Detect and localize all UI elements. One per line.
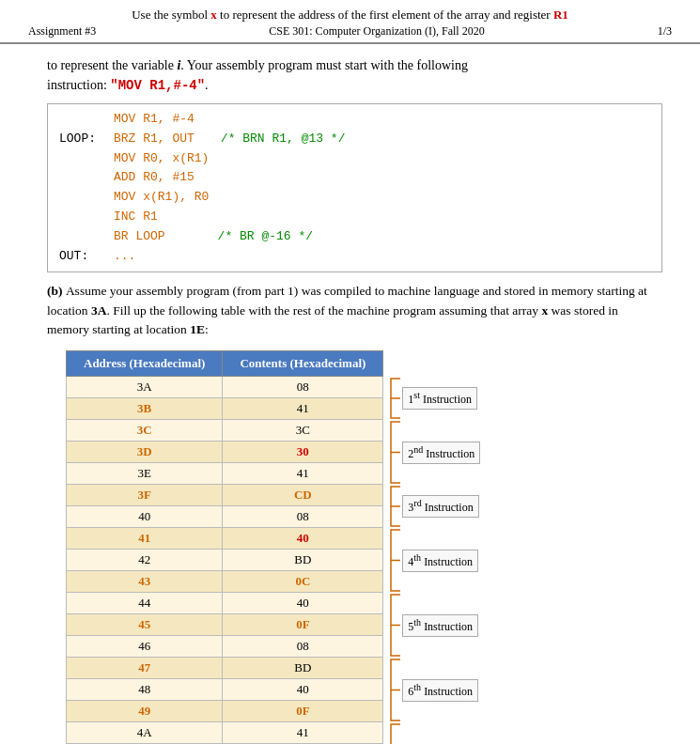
- code-label-2: LOOP:: [59, 130, 106, 149]
- cell-address: 43: [67, 571, 223, 593]
- code-line-8: OUT: ...: [59, 247, 650, 267]
- cell-value: 08: [223, 377, 383, 398]
- part-b-label: (b): [47, 284, 66, 298]
- table-row: 3C3C: [67, 420, 383, 442]
- col-contents: Contents (Hexadecimal): [223, 351, 383, 377]
- code-instr-2: BRZ R1, OUT: [114, 130, 194, 149]
- code-instr-3: MOV R0, x(R1): [114, 149, 209, 169]
- instruction-bracket-group: 4th Instruction: [385, 528, 478, 593]
- code-line-3: MOV R0, x(R1): [59, 149, 650, 169]
- cell-address: 3A: [67, 377, 223, 398]
- cell-value: 3C: [223, 420, 383, 442]
- cell-value: 41: [223, 398, 383, 420]
- bracket-svg: [385, 377, 402, 420]
- cell-value: 40: [223, 528, 383, 550]
- cell-address: 41: [67, 528, 223, 550]
- intro-line2: instruction: "MOV R1,#-4".: [47, 78, 209, 92]
- table-row: 3FCD: [67, 485, 383, 506]
- col-address: Address (Hexadecimal): [67, 351, 223, 377]
- part-b-text: (b) Assume your assembly program (from p…: [47, 282, 662, 339]
- cell-value: CD: [223, 485, 383, 506]
- cell-address: 46: [67, 636, 223, 658]
- table-row: 4140: [67, 528, 383, 550]
- code-line-1: MOV R1, #-4: [59, 110, 650, 130]
- code-label-3: [59, 149, 106, 169]
- instruction-label: 6th Instruction: [402, 679, 478, 702]
- assignment-label: Assignment #3: [28, 24, 96, 39]
- code-line-5: MOV x(R1), R0: [59, 188, 650, 208]
- instruction-label: 1st Instruction: [402, 387, 477, 410]
- cell-value: 30: [223, 442, 383, 463]
- cell-address: 3C: [67, 420, 223, 442]
- table-row: 4A41: [67, 722, 383, 744]
- code-label-7: [59, 227, 106, 247]
- code-line-4: ADD R0, #15: [59, 168, 650, 188]
- header-mid: to represent the address of the first el…: [217, 8, 553, 22]
- page-header: Use the symbol x to represent the addres…: [0, 0, 700, 44]
- cell-address: 3B: [67, 398, 223, 420]
- memory-table: Address (Hexadecimal) Contents (Hexadeci…: [66, 350, 383, 744]
- cell-value: 08: [223, 636, 383, 658]
- cell-address: 49: [67, 701, 223, 722]
- code-label-4: [59, 168, 106, 188]
- instruction-bracket-group: 3rd Instruction: [385, 485, 478, 528]
- cell-value: 40: [223, 593, 383, 614]
- cell-value: 40: [223, 679, 383, 701]
- cell-value: 41: [223, 463, 383, 485]
- table-row: 47BD: [67, 658, 383, 679]
- cell-address: 4A: [67, 722, 223, 744]
- cell-address: 44: [67, 593, 223, 614]
- header-prefix: Use the symbol: [132, 8, 210, 22]
- cell-value: 41: [223, 722, 383, 744]
- table-row: 4840: [67, 679, 383, 701]
- table-row: 4440: [67, 593, 383, 614]
- table-row: 4008: [67, 506, 383, 528]
- intro-line1: to represent the variable: [47, 58, 177, 72]
- code-instr-6: INC R1: [114, 208, 158, 227]
- table-row: 3A08: [67, 377, 383, 398]
- code-instr-4: ADD R0, #15: [114, 168, 194, 188]
- bracket-svg: [385, 528, 402, 593]
- code-line-2: LOOP: BRZ R1, OUT /* BRN R1, @13 */: [59, 130, 650, 149]
- table-row: 3E41: [67, 463, 383, 485]
- bracket-svg: [385, 593, 402, 658]
- code-line-7: BR LOOP /* BR @-16 */: [59, 227, 650, 247]
- cell-value: 0C: [223, 571, 383, 593]
- cell-value: BD: [223, 550, 383, 571]
- code-comment-7: /* BR @-16 */: [218, 227, 313, 247]
- code-instr-8: ...: [114, 247, 135, 267]
- bracket-svg: [385, 420, 402, 485]
- instruction-bracket-group: 6th Instruction: [385, 658, 478, 722]
- table-row: 490F: [67, 701, 383, 722]
- part-b-content: Assume your assembly program (from part …: [47, 284, 647, 336]
- code-comment-2: /* BRN R1, @13 */: [221, 130, 346, 149]
- cell-address: 47: [67, 658, 223, 679]
- instruction-label: 5th Instruction: [402, 614, 478, 637]
- cell-address: 42: [67, 550, 223, 571]
- cell-address: 3E: [67, 463, 223, 485]
- table-row: 3B41: [67, 398, 383, 420]
- r1-symbol: R1: [553, 8, 568, 22]
- cell-address: 40: [67, 506, 223, 528]
- table-row: 42BD: [67, 550, 383, 571]
- cell-value: 0F: [223, 614, 383, 636]
- instruction-label: 4th Instruction: [402, 550, 478, 572]
- course-label: CSE 301: Computer Organization (I), Fall…: [269, 24, 484, 39]
- instruction-label: 3rd Instruction: [402, 495, 478, 518]
- table-section: Address (Hexadecimal) Contents (Hexadeci…: [66, 350, 662, 744]
- intro-cont: . Your assembly program must start with …: [180, 58, 468, 72]
- table-row: 430C: [67, 571, 383, 593]
- code-label-5: [59, 188, 106, 208]
- cell-value: 08: [223, 506, 383, 528]
- page-number: 1/3: [658, 24, 672, 39]
- instruction-bracket-group: 2nd Instruction: [385, 420, 480, 485]
- table-row: 450F: [67, 614, 383, 636]
- instruction-bracket-group: 1st Instruction: [385, 377, 477, 420]
- code-instr-5: MOV x(R1), R0: [114, 188, 209, 208]
- page-content: to represent the variable i. Your assemb…: [0, 44, 700, 744]
- code-instr-7: BR LOOP: [114, 227, 165, 247]
- cell-address: 45: [67, 614, 223, 636]
- instruction-label: 2nd Instruction: [402, 442, 480, 464]
- code-line-6: INC R1: [59, 208, 650, 227]
- code-block: MOV R1, #-4 LOOP: BRZ R1, OUT /* BRN R1,…: [47, 103, 662, 272]
